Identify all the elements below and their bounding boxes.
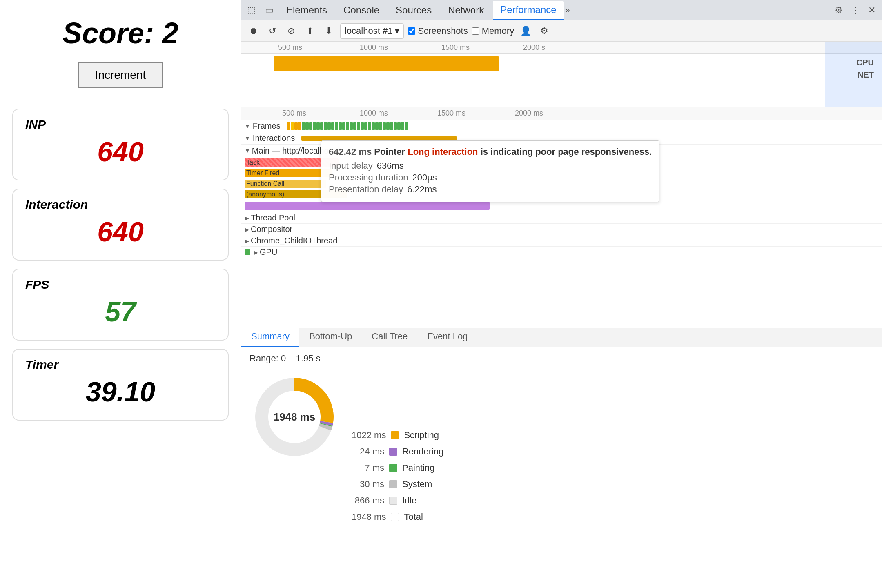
screenshots-checkbox[interactable] [408, 27, 415, 35]
screenshots-label: Screenshots [418, 26, 468, 36]
compositor-row[interactable]: Compositor [241, 224, 882, 235]
fps-card: FPS 57 [12, 269, 229, 341]
system-label: System [402, 479, 432, 490]
summary-legend: 1022 ms Scripting 24 ms Rendering 7 ms P… [352, 372, 444, 580]
long-task-bar[interactable] [245, 202, 490, 210]
function-call-bar[interactable]: Function Call [245, 180, 326, 188]
tooltip-header: 642.42 ms Pointer Long interaction is in… [329, 147, 652, 157]
clear-icon[interactable]: ⊘ [284, 24, 298, 38]
frames-label: Frames [253, 121, 281, 131]
idle-label: Idle [402, 495, 416, 506]
summary-panel: 1948 ms 1022 ms Scripting 24 ms Renderin… [241, 364, 882, 588]
devtools-icons: ⬚ ▭ [245, 4, 276, 17]
memory-label: Memory [482, 26, 514, 36]
memory-checkbox[interactable] [472, 27, 479, 35]
timeline-overview[interactable]: 500 ms 1000 ms 1500 ms 2000 s CPU NET [241, 42, 882, 107]
timer-fired-bar[interactable]: Timer Fired [245, 169, 332, 177]
gpu-row[interactable]: GPU [241, 247, 882, 258]
idle-color [389, 497, 397, 505]
fps-label: FPS [25, 278, 216, 292]
thread-pool-triangle [245, 215, 249, 221]
tab-console[interactable]: Console [336, 1, 387, 19]
chrome-child-row[interactable]: Chrome_ChildIOThread [241, 235, 882, 247]
devtools-tab-bar: ⬚ ▭ Elements Console Sources Network Per… [241, 0, 882, 20]
thread-pool-row[interactable]: Thread Pool [241, 212, 882, 224]
timer-value: 39.10 [25, 376, 216, 408]
perf-settings-icon[interactable]: ⚙ [537, 24, 552, 38]
flamechart-area: 500 ms 1000 ms 1500 ms 2000 ms Frames [241, 107, 882, 588]
tab-performance[interactable]: Performance [493, 1, 564, 20]
devtools-device-icon[interactable]: ▭ [263, 4, 276, 17]
fc-ruler-2000: 2000 ms [515, 109, 543, 118]
scripting-color [391, 431, 399, 439]
more-tabs-icon[interactable]: » [566, 5, 570, 15]
legend-total: 1948 ms Total [352, 512, 444, 522]
frames-visual [287, 122, 408, 130]
gpu-triangle [254, 249, 258, 256]
tooltip-ms: 642.42 ms [329, 147, 372, 157]
fps-value: 57 [25, 296, 216, 327]
tab-summary[interactable]: Summary [241, 327, 299, 347]
flamechart-content[interactable]: Frames [241, 120, 882, 328]
interaction-bar [301, 136, 457, 141]
interaction-card: Interaction 640 [12, 189, 229, 261]
target-dropdown-icon: ▾ [395, 26, 399, 36]
upload-icon[interactable]: ⬆ [303, 24, 317, 38]
tab-event-log[interactable]: Event Log [417, 327, 477, 347]
total-value: 1948 ms [352, 512, 386, 522]
devtools-settings-icon[interactable]: ⚙ [831, 3, 846, 17]
gpu-label: GPU [260, 247, 277, 257]
performance-toolbar: ⏺ ↺ ⊘ ⬆ ⬇ localhost #1 ▾ Screenshots Mem… [241, 20, 882, 42]
user-timings-icon[interactable]: 👤 [518, 24, 533, 38]
flamechart-ruler: 500 ms 1000 ms 1500 ms 2000 ms [241, 107, 882, 120]
interaction-label: Interaction [25, 198, 216, 212]
scripting-value: 1022 ms [352, 430, 386, 441]
thread-pool-label: Thread Pool [251, 213, 295, 223]
timer-card: Timer 39.10 [12, 349, 229, 421]
interaction-value: 640 [25, 216, 216, 247]
tab-elements[interactable]: Elements [279, 1, 334, 19]
net-label: NET [858, 70, 874, 80]
main-triangle [245, 147, 250, 154]
tooltip-processing: Processing duration 200μs [329, 172, 652, 183]
tab-network[interactable]: Network [441, 1, 491, 19]
fc-ruler-500: 500 ms [282, 109, 306, 118]
devtools-inspect-icon[interactable]: ⬚ [245, 4, 258, 17]
ruler-mark-1500: 1500 ms [441, 43, 470, 52]
tooltip-presentation: Presentation delay 6.22ms [329, 184, 652, 195]
download-icon[interactable]: ⬇ [321, 24, 336, 38]
total-color [391, 513, 399, 521]
tab-bottom-up[interactable]: Bottom-Up [299, 327, 362, 347]
interactions-label: Interactions [253, 134, 295, 143]
screenshots-group: Screenshots [408, 26, 468, 36]
ruler-mark-2000: 2000 s [523, 43, 545, 52]
ruler-mark-1000: 1000 ms [360, 43, 388, 52]
compositor-label: Compositor [251, 225, 292, 234]
legend-scripting: 1022 ms Scripting [352, 430, 444, 441]
target-select[interactable]: localhost #1 ▾ [340, 23, 404, 39]
target-label: localhost #1 [345, 26, 392, 36]
chrome-child-label: Chrome_ChildIOThread [251, 236, 337, 245]
devtools-close-icon[interactable]: ✕ [865, 3, 879, 17]
devtools-more-icon[interactable]: ⋮ [848, 3, 863, 17]
rendering-label: Rendering [402, 446, 444, 457]
rendering-value: 24 ms [352, 446, 384, 457]
tooltip-warning-suffix: is indicating poor page responsiveness. [481, 147, 652, 157]
interactions-triangle [245, 135, 250, 142]
frames-row[interactable]: Frames [241, 120, 882, 132]
ruler-mark-500: 500 ms [278, 43, 302, 52]
scripting-label: Scripting [404, 430, 439, 441]
painting-label: Painting [402, 463, 435, 473]
system-value: 30 ms [352, 479, 384, 490]
summary-range: Range: 0 – 1.95 s [241, 347, 882, 364]
total-label: Total [404, 512, 423, 522]
tab-call-tree[interactable]: Call Tree [362, 327, 417, 347]
tooltip-warning: Long interaction [408, 147, 478, 157]
record-icon[interactable]: ⏺ [246, 24, 261, 38]
inp-label: INP [25, 118, 216, 131]
idle-value: 866 ms [352, 495, 384, 506]
tab-sources[interactable]: Sources [388, 1, 439, 19]
reload-record-icon[interactable]: ↺ [265, 24, 280, 38]
increment-button[interactable]: Increment [78, 62, 163, 88]
legend-system: 30 ms System [352, 479, 444, 490]
